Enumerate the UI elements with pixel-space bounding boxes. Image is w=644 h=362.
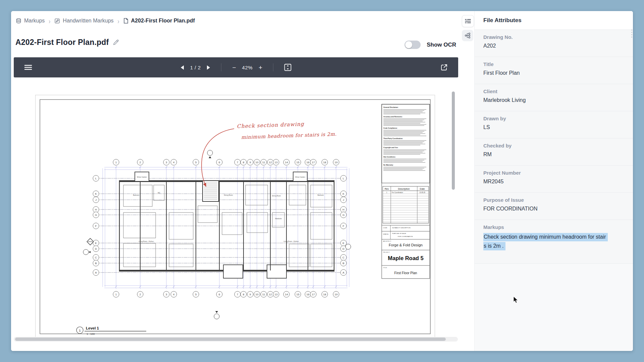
svg-text:WC: WC [158,192,160,194]
attribute-value: FOR COORDINATION [483,206,626,212]
svg-text:Wardrobe: Wardrobe [275,218,282,220]
highlighted-markup-text: s is 2m . [483,242,505,250]
svg-text:General Disclaimer:: General Disclaimer: [383,107,398,108]
svg-text:6: 6 [219,293,220,296]
svg-text:L: L [95,177,97,180]
zoom-in-icon[interactable]: + [257,63,264,72]
svg-text:J: J [343,198,344,201]
svg-text:Code Compliance:: Code Compliance: [383,127,398,129]
attribute-row[interactable]: Drawn byLS [475,111,633,138]
fit-page-icon[interactable] [283,62,293,72]
breadcrumb-separator: › [117,17,120,25]
svg-text:Third-Party Coordination:: Third-Party Coordination: [383,138,403,139]
svg-text:No Warranty:: No Warranty: [383,164,393,166]
svg-text:9: 9 [250,293,251,296]
svg-text:1: 1 [115,293,117,296]
svg-text:7: 7 [237,161,238,164]
list-attributes-icon[interactable] [462,15,474,27]
svg-text:2: 2 [140,293,141,296]
breadcrumb-label: Markups [24,18,45,24]
relations-tree-icon[interactable] [462,30,473,41]
svg-text:C: C [342,256,344,259]
attribute-row[interactable]: Checked byRM [475,138,633,166]
svg-text:8: 8 [243,293,245,296]
svg-text:17: 17 [312,161,315,164]
attribute-value: RM [483,152,626,158]
svg-text:SUITABILITY DESCRIPTION: SUITABILITY DESCRIPTION [392,227,411,229]
markups-attribute-row[interactable]: MarkupsCheck section drawing minimum hea… [475,220,633,264]
breadcrumb-item[interactable]: Markups [16,18,45,24]
svg-text:Site Conditions:: Site Conditions: [383,156,396,158]
svg-text:Date: Date [420,188,425,190]
attribute-row[interactable]: Project NumberMR2045 [475,166,633,193]
svg-text:12: 12 [269,293,272,296]
attribute-label: Drawn by [483,116,626,121]
zoom-level: 42% [242,65,253,70]
svg-text:Maple Road 5: Maple Road 5 [388,255,423,261]
svg-text:G: G [95,214,97,217]
svg-text:10: 10 [256,161,259,164]
next-page-icon[interactable] [205,64,212,71]
attribute-row[interactable]: TitleFirst Floor Plan [475,57,633,84]
svg-text:14: 14 [285,161,288,164]
toggle-knob [405,41,412,48]
hamburger-icon[interactable] [23,63,34,72]
svg-text:10: 10 [256,293,259,296]
pdf-canvas-area: 1122334455667788991010111112121313141415… [11,77,461,351]
svg-text:E: E [95,242,97,245]
file-attributes-panel: File Attributes Drawing No.A202TitleFirs… [461,11,633,351]
svg-text:G: G [342,214,344,217]
svg-text:A: A [95,271,97,274]
panel-scroll-dots [631,29,632,38]
svg-text:Living Room - Kitchen: Living Room - Kitchen [139,241,154,242]
svg-text:K: K [95,192,97,195]
attribute-row[interactable]: Purpose of IssueFOR COORDINATION [475,193,633,220]
svg-text:J: J [95,198,97,201]
svg-text:For Coordination: For Coordination [392,192,403,193]
svg-text:1: 1 [386,192,387,193]
zoom-out-icon[interactable]: − [231,63,237,72]
page-indicator: 1 / 2 [190,65,201,70]
file-icon [123,18,128,24]
panel-content: File Attributes Drawing No.A202TitleFirs… [474,11,633,351]
svg-text:19: 19 [335,161,338,164]
highlighted-markup-text: Check section drawing minimum headroom f… [483,233,608,241]
app-window: Markups›Handwritten Markups›A202-First F… [11,11,633,351]
attribute-row[interactable]: ClientMarlebrook Living [475,84,633,111]
svg-text:14: 14 [285,293,288,296]
attribute-label: Purpose of Issue [483,197,626,203]
svg-text:Bedroom: Bedroom [318,194,324,196]
prev-page-icon[interactable] [179,64,185,71]
svg-text:3: 3 [166,293,167,296]
vertical-scrollbar-thumb[interactable] [452,92,455,190]
ocr-toggle-group: Show OCR [405,41,456,49]
svg-text:Accuracy and Revisions:: Accuracy and Revisions: [383,116,402,118]
floor-plan-drawing: 1122334455667788991010111112121313141415… [36,95,435,338]
external-link-icon[interactable] [439,62,449,72]
attribute-label: Title [483,61,626,67]
svg-text:9: 9 [250,161,251,164]
svg-text:Rev: Rev [385,188,389,190]
breadcrumb-label: Handwritten Markups [63,18,113,24]
horizontal-scrollbar-thumb[interactable] [15,338,446,341]
svg-text:F: F [95,225,97,228]
pdf-page[interactable]: 1122334455667788991010111112121313141415… [35,95,435,339]
markup-folder-icon [54,18,60,24]
breadcrumb-item[interactable]: A202-First Floor Plan.pdf [123,18,195,24]
attribute-row[interactable]: Drawing No.A202 [475,30,633,57]
svg-text:13.05.25: 13.05.25 [419,192,425,193]
svg-text:Description: Description [398,188,410,190]
svg-text:4: 4 [173,293,175,296]
edit-title-icon[interactable] [113,39,119,46]
attribute-label: Markups [483,224,626,230]
show-ocr-toggle[interactable] [405,41,421,49]
breadcrumb-item[interactable]: Handwritten Markups [54,18,113,24]
attribute-value: MR2045 [483,179,626,185]
svg-text:8: 8 [243,161,245,164]
svg-text:12: 12 [269,161,272,164]
svg-text:PROJECT:: PROJECT: [383,251,390,253]
svg-text:4: 4 [173,161,175,164]
svg-text:2: 2 [140,161,141,164]
svg-text:FOR COORDINATION: FOR COORDINATION [398,236,413,237]
document-title-row: A202-First Floor Plan.pdf [15,38,119,47]
